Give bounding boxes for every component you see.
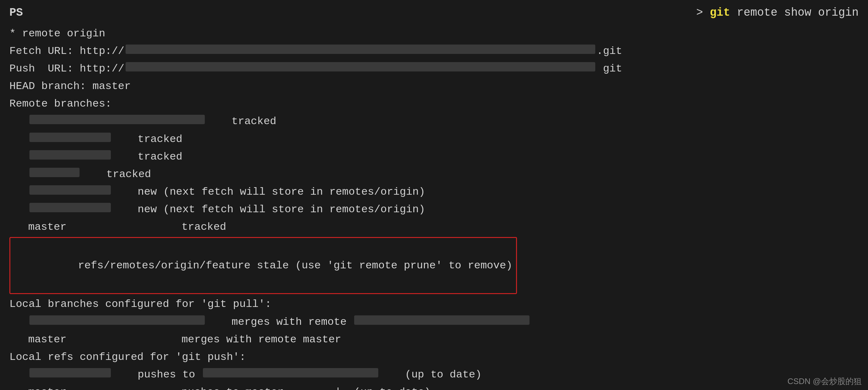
pushes-to-text: pushes to <box>112 366 202 383</box>
line-remote-branches: Remote branches: <box>9 95 859 113</box>
line-branch-6: new (next fetch will store in remotes/or… <box>9 201 859 218</box>
tracked-4: tracked <box>81 166 151 183</box>
watermark: CSDN @会炒股的狙 <box>787 376 862 387</box>
line-branch-5: new (next fetch will store in remotes/or… <box>9 183 859 201</box>
line-fetch-url: Fetch URL: http://.git <box>9 42 859 60</box>
push-url-suffix: git <box>596 60 622 78</box>
branch-4-blurred <box>29 168 80 177</box>
new-2-text: new (next fetch will store in remotes/or… <box>112 201 425 218</box>
line-branch-2: tracked <box>9 131 859 148</box>
command-line: > git remote show origin <box>696 6 859 19</box>
new-1-text: new (next fetch will store in remotes/or… <box>112 183 425 201</box>
line-master-merges: master merges with remote master <box>9 331 859 348</box>
local-refs-header-text: Local refs configured for 'git push': <box>9 348 246 366</box>
line-master-tracked: master tracked <box>9 218 859 236</box>
stale-highlight: refs/remotes/origin/feature stale (use '… <box>9 237 517 294</box>
terminal-window: PS > git remote show origin * remote ori… <box>0 0 868 390</box>
merges-remote-blurred <box>354 315 529 325</box>
branch-2-blurred <box>29 133 111 142</box>
pushes-1-status: (up to date) <box>379 366 482 383</box>
remote-branches-text: Remote branches: <box>9 95 112 113</box>
branch-1-blurred <box>29 115 205 124</box>
push-url-label: Push URL: http:// <box>9 60 124 78</box>
tracked-3: tracked <box>112 148 182 166</box>
local-branches-header-text: Local branches configured for 'git pull'… <box>9 295 272 313</box>
line-branch-3: tracked <box>9 148 859 166</box>
branch-6-blurred <box>29 203 111 212</box>
master-pushes-text: master pushes to master <box>28 383 335 390</box>
pushes-branch-blurred <box>29 368 111 378</box>
fetch-url-blurred <box>126 45 595 54</box>
push-url-blurred <box>126 62 595 72</box>
line-merges-1: merges with remote <box>9 313 859 331</box>
master-merges-text: master merges with remote master <box>28 331 341 348</box>
tracked-2: tracked <box>112 131 182 148</box>
branch-3-blurred <box>29 150 111 160</box>
master-pushes-divider: | <box>335 383 341 390</box>
line-branch-1: tracked <box>9 113 859 130</box>
prompt-gt: > <box>696 6 710 19</box>
master-label: master tracked <box>28 218 226 236</box>
line-head-branch: HEAD branch: master <box>9 78 859 95</box>
line-push-url: Push URL: http:// git <box>9 60 859 78</box>
head-branch-text: HEAD branch: master <box>9 78 131 95</box>
cmd-git: git <box>710 6 730 19</box>
line-local-refs-header: Local refs configured for 'git push': <box>9 348 859 366</box>
master-pushes-status: (up to date) <box>341 383 431 390</box>
merges-branch-blurred <box>29 315 205 325</box>
remote-origin-text: * remote origin <box>9 25 105 42</box>
line-branch-4: tracked <box>9 166 859 183</box>
line-remote-origin: * remote origin <box>9 25 859 42</box>
fetch-url-suffix: .git <box>596 42 622 60</box>
branch-5-blurred <box>29 185 111 195</box>
fetch-url-label: Fetch URL: http:// <box>9 42 124 60</box>
ps-label: PS <box>9 6 23 19</box>
line-master-pushes: master pushes to master | (up to date) <box>9 383 859 390</box>
line-stale: refs/remotes/origin/feature stale (use '… <box>9 236 859 295</box>
cmd-rest: remote show origin <box>730 6 859 19</box>
stale-text: refs/remotes/origin/feature stale (use '… <box>65 259 512 272</box>
line-local-branches-header: Local branches configured for 'git pull'… <box>9 295 859 313</box>
merges-1-text: merges with remote <box>206 313 353 331</box>
tracked-1: tracked <box>206 113 276 130</box>
output-block: * remote origin Fetch URL: http://.git P… <box>9 25 859 390</box>
line-pushes-1: pushes to (up to date) <box>9 366 859 383</box>
pushes-dest-blurred <box>203 368 378 378</box>
title-bar: PS > git remote show origin <box>9 6 859 19</box>
